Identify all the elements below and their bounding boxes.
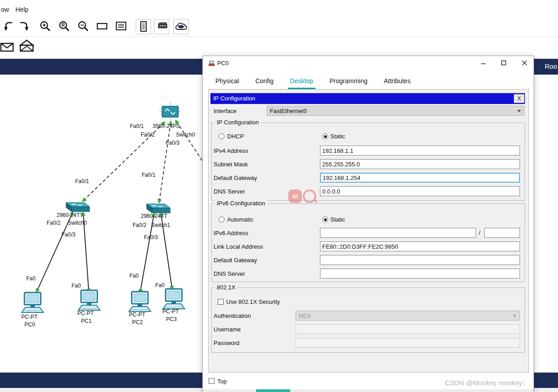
ipv6-address-label: IPv6 Address — [214, 230, 248, 236]
dns-server-label: DNS Server — [214, 188, 245, 195]
root-label: Roo — [544, 62, 557, 70]
dialog-titlebar[interactable]: PC0 — [203, 56, 534, 70]
redo-icon[interactable] — [17, 19, 32, 33]
multilayer-switch-icon[interactable] — [157, 102, 183, 125]
authentication-label: Authentication — [214, 312, 251, 319]
dot1x-legend: 802.1X — [215, 284, 238, 291]
device-label: PC3 — [166, 316, 176, 322]
tab-desktop[interactable]: Desktop — [288, 75, 315, 90]
port-label: Fa0 — [155, 282, 165, 288]
port-label: Fa0/3 — [62, 231, 76, 238]
main-toolbar: R — [0, 16, 558, 37]
scrollbar-thumb[interactable] — [256, 389, 290, 392]
username-label: Username — [214, 326, 241, 333]
device-label: PC2 — [132, 319, 143, 326]
pc0-dialog: PC0 Physical Config Desktop Programming … — [202, 56, 534, 392]
ipv6-gateway-label: Default Gateway — [214, 257, 257, 264]
static-radio[interactable] — [322, 133, 328, 139]
tab-programming[interactable]: Programming — [327, 75, 370, 90]
top-checkbox[interactable] — [209, 378, 215, 384]
undo-icon[interactable] — [1, 19, 15, 33]
legend-icon[interactable] — [114, 19, 129, 33]
default-gateway-label: Default Gateway — [214, 175, 257, 181]
zoom-reset-icon[interactable]: R — [57, 19, 72, 33]
device-label: Switch0 — [68, 220, 87, 226]
network-cloud-icon[interactable] — [173, 19, 189, 34]
password-label: Password — [214, 340, 239, 346]
device-label: 2960-24TT — [57, 212, 83, 218]
ipv6-prefix-input[interactable] — [484, 228, 520, 238]
ip-config-legend: IP Configuration — [215, 119, 261, 126]
zoom-out-icon[interactable] — [76, 19, 91, 33]
ipv6-static-radio[interactable] — [322, 217, 328, 222]
dhcp-radio[interactable] — [219, 133, 224, 139]
subnet-mask-input[interactable] — [320, 159, 520, 169]
minimize-button[interactable] — [475, 56, 491, 70]
ipv6-address-input[interactable] — [320, 228, 476, 238]
maximize-button[interactable] — [496, 56, 512, 70]
authentication-value: MD5 — [299, 312, 311, 319]
port-label: Fa0/2 — [47, 220, 61, 226]
port-label: Fa0/2 — [141, 132, 155, 138]
envelope-open-icon[interactable] — [18, 38, 35, 56]
ip-configuration-panel: IP Configuration X Interface FastEtherne… — [208, 89, 529, 373]
menu-bar: ow Help — [0, 0, 558, 16]
authentication-select: MD5 — [296, 311, 520, 321]
link-local-label: Link Local Address — [214, 243, 263, 250]
interface-value: FastEthernet0 — [270, 108, 307, 114]
interface-label: Interface — [214, 108, 237, 114]
device-label: PC-PT — [21, 314, 38, 320]
port-label: Fa0 — [129, 273, 139, 279]
password-input — [296, 338, 520, 348]
pc0-icon[interactable] — [21, 292, 44, 316]
port-label: Fa0 — [26, 275, 36, 282]
dhcp-label: DHCP — [227, 133, 244, 140]
dot1x-security-checkbox[interactable] — [218, 299, 224, 305]
port-label: Fa0/1 — [75, 178, 89, 184]
csdn-watermark: CSDN @Monkey monkey〕 — [445, 379, 529, 387]
ai-assistant-watermark[interactable]: AI — [288, 189, 316, 204]
device-label: PC-PT — [162, 308, 179, 315]
svg-text:R: R — [62, 23, 65, 28]
dot1x-security-label: Use 802.1X Security — [226, 298, 280, 305]
zoom-in-icon[interactable] — [38, 19, 52, 33]
notes-icon[interactable] — [136, 19, 151, 34]
default-gateway-input[interactable] — [320, 173, 520, 183]
ipv6-dns-input[interactable] — [320, 269, 520, 279]
menu-help[interactable]: Help — [15, 6, 29, 13]
subnet-mask-label: Subnet Mask — [214, 161, 248, 168]
device-label: 3560-24PS — [153, 123, 180, 129]
port-label: Fa0 — [72, 283, 81, 289]
port-label: Fa0/2 — [133, 222, 147, 228]
horizontal-scrollbar[interactable] — [203, 389, 534, 392]
menu-window[interactable]: ow — [1, 6, 9, 13]
ipv6-config-legend: IPv6 Configuration — [215, 200, 267, 207]
link-local-input[interactable] — [320, 241, 520, 251]
drawing-rectangle-icon[interactable] — [95, 19, 110, 33]
tab-config[interactable]: Config — [253, 75, 276, 90]
dialog-footer: Top CSDN @Monkey monkey〕 — [203, 373, 534, 389]
device-label: PC-PT — [77, 310, 94, 316]
dialog-title: PC0 — [217, 60, 229, 66]
envelope-closed-icon[interactable] — [0, 39, 15, 55]
ipv6-gateway-input[interactable] — [320, 255, 520, 265]
tab-physical[interactable]: Physical — [213, 75, 241, 90]
device-label: Switch0 — [176, 132, 195, 138]
panel-close-button[interactable]: X — [514, 94, 525, 103]
ipv6-dns-label: DNS Server — [214, 270, 245, 277]
device-label: PC0 — [24, 321, 35, 328]
device-inspect-icon[interactable] — [154, 19, 169, 34]
ipv6-automatic-radio[interactable] — [219, 217, 224, 222]
ipv4-address-input[interactable] — [320, 146, 520, 156]
top-checkbox-label: Top — [217, 378, 227, 385]
close-button[interactable] — [516, 56, 533, 70]
dns-server-input[interactable] — [320, 186, 520, 196]
tab-attributes[interactable]: Attributes — [382, 75, 413, 90]
ipv4-address-label: IPv4 Address — [214, 147, 248, 154]
interface-select[interactable]: FastEthernet0 — [267, 106, 525, 116]
window-icon — [208, 60, 215, 67]
device-label: 2960-24TT — [141, 213, 167, 219]
username-input — [296, 324, 520, 334]
magnifier-icon — [303, 189, 316, 203]
device-label: Switch1 — [151, 222, 170, 228]
